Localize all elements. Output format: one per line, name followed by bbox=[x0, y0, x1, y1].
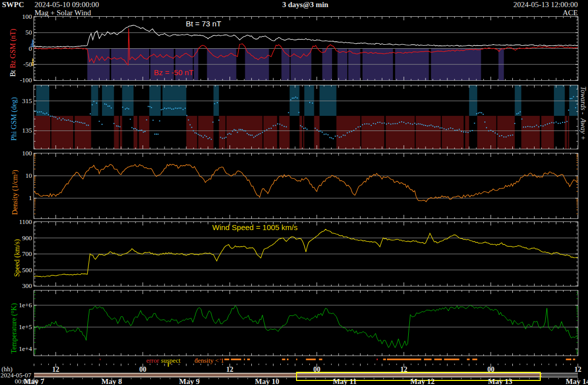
hour-label: 12 bbox=[569, 366, 586, 374]
y-tick-label-mag: 0 bbox=[10, 45, 32, 53]
y-tick-label-temp: 1e+6 bbox=[10, 301, 32, 309]
y-tick-label-density: 100 bbox=[10, 149, 32, 157]
panel-phi bbox=[34, 85, 578, 149]
y-tick-label-phi: 135 bbox=[10, 126, 32, 135]
panel-density bbox=[34, 153, 578, 219]
y-tick-label-density: 10 bbox=[10, 172, 32, 180]
window-end-datetime: 2024-05-13 12:00:00 bbox=[513, 1, 578, 9]
annotation-bz-min: Bz = -50 nT bbox=[154, 68, 193, 77]
away-sector-label: Away + bbox=[579, 118, 587, 140]
y-tick-label-mag: 50 bbox=[10, 28, 32, 37]
panel-speed bbox=[34, 221, 578, 286]
legend-density-1: density < 1 bbox=[194, 357, 224, 365]
y-tick-label-density: 1 bbox=[10, 194, 32, 202]
y-tick-label-speed: 300 bbox=[10, 282, 32, 290]
y-tick-label-phi: 315 bbox=[10, 97, 32, 105]
date-label: May 11 bbox=[328, 377, 362, 385]
app-title: SWPC bbox=[2, 1, 24, 9]
hour-label: 00 bbox=[308, 366, 325, 374]
legend-suspect: suspect bbox=[161, 357, 180, 365]
y-tick-label-mag: -50 bbox=[10, 60, 32, 69]
date-label: May 13 bbox=[483, 377, 517, 385]
date-label: May 8 bbox=[95, 377, 128, 385]
date-label: May 10 bbox=[250, 377, 284, 385]
hour-label: 00 bbox=[482, 366, 500, 374]
y-tick-label-speed: 700 bbox=[10, 250, 32, 258]
y-tick-label-speed: 900 bbox=[10, 234, 32, 242]
towards-sector-label: Towards - bbox=[579, 86, 587, 114]
y-tick-label-temp: 1e+4 bbox=[10, 345, 32, 353]
y-tick-label-mag: -100 bbox=[10, 76, 32, 84]
hour-label: 00 bbox=[134, 366, 151, 374]
hour-label: 12 bbox=[221, 366, 239, 374]
y-tick-label-speed: 1100 bbox=[10, 218, 32, 226]
window-start-datetime: 2024-05-10 09:00:00 bbox=[35, 1, 99, 9]
swpc-solar-wind-display: SWPC 2024-05-10 09:00:00 Mag + Solar Win… bbox=[0, 0, 588, 385]
hour-label: 12 bbox=[47, 366, 64, 374]
annotation-wind-peak: Wind Speed = 1005 km/s bbox=[212, 223, 298, 232]
date-label: May 12 bbox=[406, 377, 439, 385]
date-label: May 14 bbox=[561, 377, 588, 385]
resolution-label: 3 days@3 min bbox=[282, 1, 329, 9]
bt-axis-label: Bt bbox=[9, 68, 17, 77]
y-tick-label-mag: 100 bbox=[10, 13, 32, 21]
y-tick-label-temp: 1e+5 bbox=[10, 323, 32, 331]
y-tick-label-speed: 500 bbox=[10, 266, 32, 274]
date-label: May 9 bbox=[173, 377, 206, 385]
legend-error: error bbox=[146, 357, 159, 365]
date-label: May 7 bbox=[17, 377, 51, 385]
hour-label: 12 bbox=[395, 366, 412, 374]
panel-temp bbox=[34, 290, 578, 356]
annotation-bt-peak: Bt = 73 nT bbox=[186, 19, 221, 28]
panel-mag bbox=[34, 16, 578, 81]
